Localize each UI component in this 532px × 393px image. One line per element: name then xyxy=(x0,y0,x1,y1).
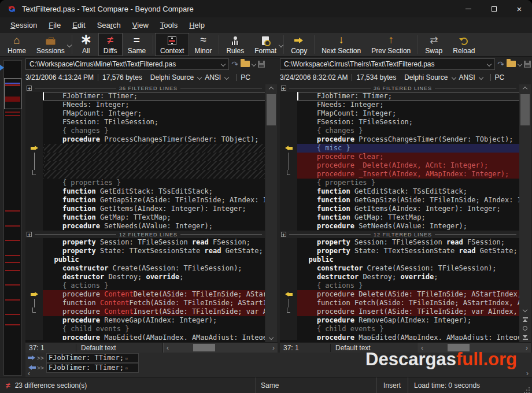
left-format-select[interactable]: Delphi Source xyxy=(150,73,194,81)
all-button[interactable]: All xyxy=(74,33,98,56)
line-text[interactable]: function Fetch(ASide: TFileInSide; AStar… xyxy=(297,299,519,307)
line-text[interactable]: FSession: TFileSession; xyxy=(297,118,519,127)
line-text[interactable]: function GetItems(AIndex: Integer): Inte… xyxy=(43,205,265,213)
code-line[interactable]: { child events } xyxy=(25,325,265,333)
code-line[interactable]: function ContentFetch(ASide: TFileInSide… xyxy=(25,299,265,307)
line-text[interactable]: constructor Create(ASession: TFileSessio… xyxy=(43,264,265,273)
line-text[interactable]: { child events } xyxy=(297,325,519,333)
browse-folder-icon[interactable] xyxy=(241,61,250,67)
minimize-button[interactable] xyxy=(456,0,481,17)
code-line[interactable]: FJobTimer: TTimer; xyxy=(280,92,519,101)
line-text[interactable]: destructor Destroy; override; xyxy=(297,273,519,281)
code-line[interactable]: FMapCount: Integer; xyxy=(280,109,519,118)
line-text[interactable]: function GetItems(AIndex: Integer): Inte… xyxy=(297,205,519,213)
code-line[interactable]: procedure MapEdited(AMapIndex, AMapAdjus… xyxy=(25,333,265,340)
line-text[interactable]: function GetEditStack: TSsEditStack; xyxy=(43,187,265,196)
missing-lines-hatch[interactable] xyxy=(43,170,265,179)
chevron-down-icon[interactable] xyxy=(252,61,256,66)
chevron-down-icon[interactable] xyxy=(487,61,492,66)
chevron-down-icon[interactable] xyxy=(518,61,522,66)
code-line[interactable]: property State: TTextSessionState read G… xyxy=(25,247,265,255)
line-text[interactable]: FJobTimer: TTimer; xyxy=(297,92,519,101)
code-line[interactable]: procedure Delete(ASide: TFileInSide; ASt… xyxy=(280,290,519,299)
line-text[interactable]: FSession: TFileSession; xyxy=(43,118,265,127)
line-text[interactable]: property State: TTextSessionState read G… xyxy=(297,247,519,255)
code-line[interactable]: { misc } xyxy=(280,144,519,153)
gap-row[interactable] xyxy=(25,161,265,170)
code-line[interactable]: { actions } xyxy=(25,281,265,290)
chevron-down-icon[interactable] xyxy=(221,61,226,66)
code-line[interactable]: procedure _Insert(AIndex, AMapIndex: Int… xyxy=(280,170,519,179)
left-horizontal-scrollbar[interactable]: ‹ › xyxy=(163,343,278,353)
code-line[interactable]: procedure _Delete(AIndex, ACnt: Integer)… xyxy=(280,161,519,170)
scroll-up-button[interactable] xyxy=(265,84,277,94)
line-text[interactable]: function GetEditStack: TSsEditStack; xyxy=(297,187,519,196)
line-text[interactable]: procedure Clear; xyxy=(297,153,519,161)
scroll-right-icon[interactable]: › xyxy=(526,369,529,377)
rules-button[interactable]: Rules xyxy=(221,33,249,56)
line-text[interactable]: { changes } xyxy=(297,127,519,135)
line-text[interactable]: constructor Create(ASession: TFileSessio… xyxy=(297,264,519,273)
right-vertical-scrollbar[interactable] xyxy=(519,84,531,342)
line-text[interactable]: FMapCount: Integer; xyxy=(43,109,265,118)
line-text[interactable]: procedure ProcessChangesTimer(Sender: TO… xyxy=(297,135,519,144)
code-line[interactable]: procedure ContentDelete(ASide: TFileInSi… xyxy=(25,290,265,299)
code-line[interactable]: { properties } xyxy=(25,179,265,187)
line-text[interactable]: procedure Insert(ASide: TFileInSide; var… xyxy=(297,307,519,316)
minor-button[interactable]: Minor xyxy=(189,33,217,56)
menu-item-tools[interactable]: Tools xyxy=(154,18,183,32)
line-text[interactable]: public xyxy=(43,255,265,264)
code-line[interactable]: function GetEditStack: TSsEditStack; xyxy=(280,187,519,196)
next-section-button[interactable]: Next Section xyxy=(316,33,366,56)
scroll-right-icon[interactable]: › xyxy=(523,344,531,352)
code-line[interactable]: property Session: TFileSession read FSes… xyxy=(280,238,519,247)
line-text[interactable]: procedure SetNeeds(AValue: Integer); xyxy=(43,222,265,231)
center-current-button[interactable] xyxy=(519,324,531,333)
line-text[interactable]: { properties } xyxy=(43,179,265,187)
context-button[interactable]: Context xyxy=(155,33,189,56)
line-text[interactable]: function GetGapSize(ASide: TFileInSide; … xyxy=(43,196,265,205)
expand-section-button[interactable]: + xyxy=(281,86,286,91)
copy-left-arrow-icon[interactable] xyxy=(285,146,293,151)
line-text[interactable]: procedure RemoveGap(AIndex: Integer); xyxy=(297,316,519,325)
code-line[interactable]: constructor Create(ASession: TFileSessio… xyxy=(280,264,519,273)
home-button[interactable]: Home xyxy=(2,33,31,56)
prev-section-button[interactable]: Prev Section xyxy=(366,33,416,56)
gap-row[interactable] xyxy=(25,170,265,179)
menu-item-edit[interactable]: Edit xyxy=(66,18,91,32)
copy-right-arrow-icon[interactable] xyxy=(31,292,38,297)
line-text[interactable]: procedure _Delete(AIndex, ACnt: Integer)… xyxy=(297,161,519,170)
line-text[interactable]: function GetGapSize(ASide: TFileInSide; … xyxy=(297,196,519,205)
gap-row[interactable] xyxy=(25,144,265,153)
maximize-button[interactable] xyxy=(481,0,507,17)
code-line[interactable]: public xyxy=(25,255,265,264)
chevron-down-icon[interactable] xyxy=(451,75,456,79)
code-line[interactable]: public xyxy=(280,255,519,264)
code-line[interactable]: procedure MapEdited(AMapIndex, AMapAdjus… xyxy=(280,333,519,340)
code-line[interactable]: procedure SetNeeds(AValue: Integer); xyxy=(25,222,265,231)
browse-folder-icon[interactable] xyxy=(507,61,516,67)
line-text[interactable]: { misc } xyxy=(297,144,519,153)
line-text[interactable]: procedure ContentInsert(ASide: TFileInSi… xyxy=(43,307,265,316)
left-editor-pane[interactable]: +36 FILTERED LINES FJobTimer: TTimer; FN… xyxy=(25,84,265,342)
code-line[interactable]: FMapCount: Integer; xyxy=(25,109,265,118)
scroll-left-icon[interactable]: ‹ xyxy=(164,344,172,352)
code-line[interactable]: { child events } xyxy=(280,325,519,333)
line-text[interactable]: procedure RemoveGap(AIndex: Integer); xyxy=(43,316,265,325)
code-line[interactable]: procedure Clear; xyxy=(280,153,519,161)
scrollbar-thumb[interactable] xyxy=(193,344,215,351)
code-line[interactable]: FSession: TFileSession; xyxy=(280,118,519,127)
missing-lines-hatch[interactable] xyxy=(43,144,265,153)
code-line[interactable]: function Fetch(ASide: TFileInSide; AStar… xyxy=(280,299,519,307)
line-text[interactable]: FNeeds: Integer; xyxy=(43,101,265,109)
line-text[interactable]: property State: TTextSessionState read G… xyxy=(43,247,265,255)
line-text[interactable]: function GetMap: TTextMap; xyxy=(43,213,265,222)
format-button[interactable]: Format xyxy=(249,33,282,56)
code-line[interactable]: { changes } xyxy=(25,127,265,135)
code-line[interactable]: property State: TTextSessionState read G… xyxy=(280,247,519,255)
line-text[interactable]: property Session: TFileSession read FSes… xyxy=(43,238,265,247)
left-path-combo[interactable]: C:\Workspace\Cirrus\Mine\Text\TextFilter… xyxy=(25,58,229,70)
sessions-button[interactable]: Sessions xyxy=(31,33,70,56)
scrollbar-thumb[interactable] xyxy=(267,94,276,125)
same-button[interactable]: Same xyxy=(123,33,151,56)
